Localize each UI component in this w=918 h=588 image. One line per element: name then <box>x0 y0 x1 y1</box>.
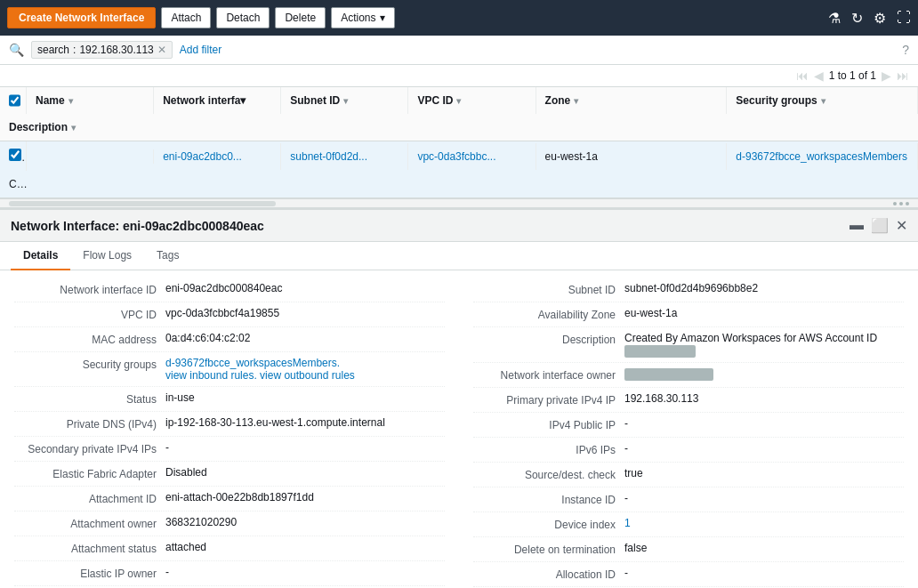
col-zone[interactable]: Zone ▾ <box>536 87 728 114</box>
sort-icon-subnet: ▾ <box>343 96 348 106</box>
expand-icon[interactable]: ⬜ <box>871 217 889 234</box>
detail-row-attachment-id: Attachment ID eni-attach-00e22b8db1897f1… <box>14 487 445 511</box>
chevron-down-icon: ▾ <box>380 12 385 24</box>
col-name[interactable]: Name ▾ <box>27 87 154 114</box>
label-private-dns: Private DNS (IPv4) <box>14 416 165 431</box>
dot2 <box>899 202 903 205</box>
sort-icon-vpc: ▾ <box>456 96 461 106</box>
value-subnet-id-r: subnet-0f0d2d4b9696bb8e2 <box>624 282 904 294</box>
device-index-link[interactable]: 1 <box>624 517 631 529</box>
table-wrapper: Name ▾ Network interfa▾ Subnet ID ▾ VPC … <box>0 87 918 199</box>
tab-flow-logs[interactable]: Flow Logs <box>70 242 144 270</box>
detail-tabs: Details Flow Logs Tags <box>0 242 918 270</box>
table-row[interactable]: eni-09ac2dbc0... subnet-0f0d2d... vpc-0d… <box>0 141 918 198</box>
sort-icon: ▾ <box>68 96 73 106</box>
minimize-icon[interactable]: ▬ <box>850 217 864 234</box>
create-network-interface-button[interactable]: Create Network Interface <box>7 7 156 28</box>
settings-icon[interactable]: ⚙ <box>874 10 886 27</box>
sort-icon-desc: ▾ <box>71 123 76 133</box>
delete-button[interactable]: Delete <box>275 7 326 28</box>
horizontal-scrollbar[interactable] <box>0 199 918 208</box>
row-vpc-id: vpc-0da3fcbbc... <box>408 143 536 170</box>
security-groups-link[interactable]: d-93672fbcce_workspacesMembers <box>736 150 907 163</box>
col-vpc-id[interactable]: VPC ID ▾ <box>408 87 536 114</box>
network-interface-link[interactable]: eni-09ac2dbc0... <box>163 150 242 163</box>
col-subnet-id[interactable]: Subnet ID ▾ <box>281 87 408 114</box>
refresh-icon[interactable]: ↻ <box>851 10 863 27</box>
col-description[interactable]: Description ▾ <box>0 114 27 141</box>
value-efa: Disabled <box>165 466 445 479</box>
pagination-text: 1 to 1 of 1 <box>829 69 876 82</box>
detail-row-allocation-id: Allocation ID - <box>473 562 904 587</box>
row-checkbox[interactable] <box>9 149 21 161</box>
next-page-button[interactable]: ▶ <box>882 68 891 83</box>
detail-row-elastic-ip-owner: Elastic IP owner - <box>14 561 445 586</box>
value-ipv4-public: - <box>624 417 904 430</box>
value-description-r: Created By Amazon Workspaces for AWS Acc… <box>624 332 904 358</box>
value-elastic-ip-owner: - <box>165 566 445 578</box>
label-az: Availability Zone <box>473 307 624 321</box>
detail-row-eni-owner: Network interface owner <box>473 363 904 388</box>
dot3 <box>906 202 909 205</box>
label-status: Status <box>14 391 165 406</box>
label-description-r: Description <box>473 332 624 346</box>
col-network-interface[interactable]: Network interfa▾ <box>154 87 281 114</box>
last-page-button[interactable]: ⏭ <box>897 68 909 83</box>
label-ipv6: IPv6 IPs <box>473 442 624 456</box>
detach-button[interactable]: Detach <box>216 7 270 28</box>
value-attachment-owner: 368321020290 <box>165 516 445 528</box>
value-attachment-id: eni-attach-00e22b8db1897f1dd <box>165 491 445 503</box>
detail-row-eni-id: Network interface ID eni-09ac2dbc000840e… <box>14 278 445 302</box>
value-delete-on-term: false <box>624 542 904 554</box>
tab-details[interactable]: Details <box>11 242 70 270</box>
detail-row-ipv6: IPv6 IPs - <box>473 438 904 463</box>
value-mac: 0a:d4:c6:04:c2:02 <box>165 332 445 344</box>
flask-icon[interactable]: ⚗ <box>828 10 841 27</box>
prev-page-button[interactable]: ◀ <box>814 68 824 83</box>
outbound-rules-link[interactable]: view outbound rules <box>260 369 355 382</box>
value-instance-id: - <box>624 492 904 504</box>
detail-row-attachment-status: Attachment status attached <box>14 536 445 561</box>
search-bar: 🔍 search : 192.168.30.113 ✕ Add filter ? <box>0 36 918 65</box>
first-page-button[interactable]: ⏮ <box>796 68 809 83</box>
actions-button[interactable]: Actions ▾ <box>331 7 394 28</box>
help-icon[interactable]: ? <box>902 43 909 57</box>
select-all-checkbox[interactable] <box>9 94 20 107</box>
label-sg: Security groups <box>14 357 165 371</box>
value-az: eu-west-1a <box>624 307 904 319</box>
sort-icon-zone: ▾ <box>574 96 578 106</box>
fullscreen-icon[interactable]: ⛶ <box>897 10 911 26</box>
close-detail-icon[interactable]: ✕ <box>896 217 907 234</box>
detail-title: Network Interface: eni-09ac2dbc000840eac <box>11 219 264 233</box>
row-security-groups: d-93672fbcce_workspacesMembers <box>727 143 918 170</box>
value-ipv6: - <box>624 442 904 455</box>
detail-row-secondary-ips: Secondary private IPv4 IPs - <box>14 437 445 462</box>
scrollbar-thumb[interactable] <box>9 201 276 206</box>
label-device-index: Device index <box>473 517 624 531</box>
label-ipv4-public: IPv4 Public IP <box>473 417 624 431</box>
add-filter-link[interactable]: Add filter <box>180 44 221 56</box>
tab-tags[interactable]: Tags <box>144 242 191 270</box>
subnet-id-link[interactable]: subnet-0f0d2d... <box>290 150 367 163</box>
value-sg: d-93672fbcce_workspacesMembers. view inb… <box>165 357 445 382</box>
label-instance-id: Instance ID <box>473 492 624 506</box>
redacted-owner <box>624 368 713 381</box>
col-security-groups[interactable]: Security groups ▾ <box>727 87 918 114</box>
vpc-id-link[interactable]: vpc-0da3fcbbc... <box>417 150 495 163</box>
row-name <box>27 149 154 164</box>
detail-row-efa: Elastic Fabric Adapter Disabled <box>14 462 445 487</box>
sg-link[interactable]: d-93672fbcce_workspacesMembers. <box>165 357 340 369</box>
dot1 <box>893 202 897 205</box>
label-eni-id: Network interface ID <box>14 282 165 296</box>
value-eni-owner <box>624 367 904 381</box>
detail-row-delete-on-term: Delete on termination false <box>473 537 904 562</box>
search-tag-close-icon[interactable]: ✕ <box>157 44 166 56</box>
detail-panel: Network Interface: eni-09ac2dbc000840eac… <box>0 208 918 588</box>
inbound-rules-link[interactable]: view inbound rules. <box>165 369 257 382</box>
toolbar-icons: ⚗ ↻ ⚙ ⛶ <box>828 10 911 27</box>
row-description: Created By Amazon ... <box>0 171 27 197</box>
detail-row-description-r: Description Created By Amazon Workspaces… <box>473 327 904 363</box>
attach-button[interactable]: Attach <box>161 7 211 28</box>
detail-row-primary-ip: Primary private IPv4 IP 192.168.30.113 <box>473 388 904 413</box>
detail-header-icons: ▬ ⬜ ✕ <box>850 217 907 234</box>
